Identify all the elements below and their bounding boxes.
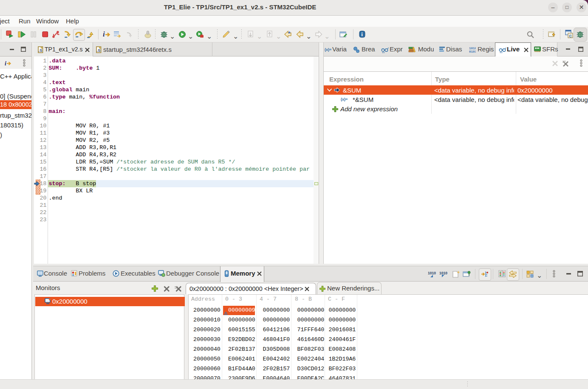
svg-text:(x)=: (x)= — [325, 48, 331, 52]
svg-text:(x)=: (x)= — [341, 97, 348, 101]
svg-text:i: i — [5, 60, 6, 67]
svg-text:1010: 1010 — [428, 271, 436, 275]
svg-text:x=: x= — [382, 51, 385, 54]
svg-text:0101: 0101 — [469, 50, 476, 53]
svg-text:i: i — [361, 31, 363, 37]
svg-text:1010: 1010 — [439, 271, 447, 275]
svg-text:C: C — [569, 34, 572, 38]
svg-text:.S: .S — [38, 48, 42, 53]
svg-text:1010: 1010 — [469, 47, 476, 50]
svg-text:.S: .S — [96, 48, 100, 53]
svg-text:i: i — [103, 30, 105, 38]
svg-text:x=: x= — [500, 51, 503, 54]
